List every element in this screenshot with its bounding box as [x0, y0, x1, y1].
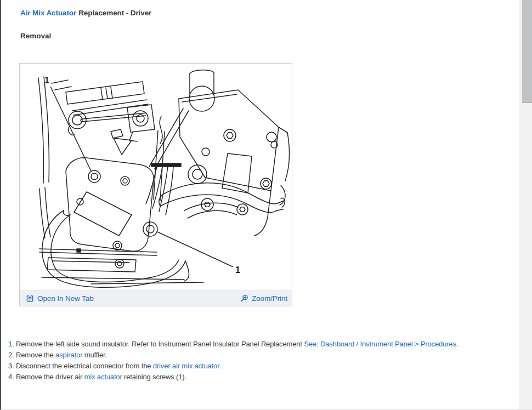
figure-toolbar: Open In New Tab Zoom/Print [20, 291, 292, 306]
step-item: 3. Disconnect the electrical connector f… [3, 361, 502, 372]
step-text: Disconnect the electrical connector from… [16, 362, 153, 370]
step-item: 1. Remove the left side sound insulator.… [3, 339, 502, 350]
step-number: 2. [8, 351, 14, 359]
callout-label: 1 [44, 76, 49, 85]
open-in-new-tab-label: Open In New Tab [37, 294, 94, 303]
figure-box: 1 1 Open In New Tab [19, 63, 292, 306]
scrollbar-track[interactable] [519, 0, 532, 410]
step-number: 4. [8, 373, 14, 381]
step-text: retaining screws (1). [122, 373, 186, 381]
actuator-diagram: 1 1 [20, 64, 292, 291]
step-number: 3. [8, 362, 14, 370]
inline-link[interactable]: mix actuator [84, 373, 122, 381]
callout-1-bottom: 1 [157, 232, 240, 275]
inline-link[interactable]: See: Dashboard / Instrument Panel > Proc… [304, 340, 458, 348]
zoom-print-label: Zoom/Print [252, 294, 287, 303]
zoom-in-icon [240, 294, 248, 303]
step-item: 4. Remove the driver air mix actuator re… [3, 372, 502, 383]
zoom-print-link[interactable]: Zoom/Print [240, 294, 287, 303]
step-text: Remove the left side sound insulator. Re… [16, 340, 304, 348]
diagram-line-art [38, 70, 289, 287]
manual-page: Air Mix ActuatorReplacement - Driver Rem… [0, 0, 532, 410]
open-in-new-tab-icon [26, 294, 34, 303]
scrollbar-thumb[interactable] [522, 0, 532, 103]
step-text: muffler. [82, 351, 107, 359]
inline-link[interactable]: driver air mix actuator. [153, 362, 221, 370]
inline-link[interactable]: aspirator [55, 351, 82, 359]
step-text: Remove the [16, 351, 55, 359]
page-title-link[interactable]: Air Mix Actuator [20, 9, 76, 17]
page-title: Air Mix ActuatorReplacement - Driver [20, 9, 151, 17]
step-item: 2. Remove the aspirator muffler. [3, 350, 502, 361]
steps-list: 1. Remove the left side sound insulator.… [3, 339, 502, 383]
step-number: 1. [8, 340, 14, 348]
section-heading-removal: Removal [20, 32, 51, 40]
page-title-rest: Replacement - Driver [78, 9, 151, 17]
open-in-new-tab-link[interactable]: Open In New Tab [26, 294, 94, 303]
step-text: Remove the driver air [16, 373, 84, 381]
callout-label: 1 [235, 265, 240, 275]
diagram-image: 1 1 [20, 64, 292, 291]
